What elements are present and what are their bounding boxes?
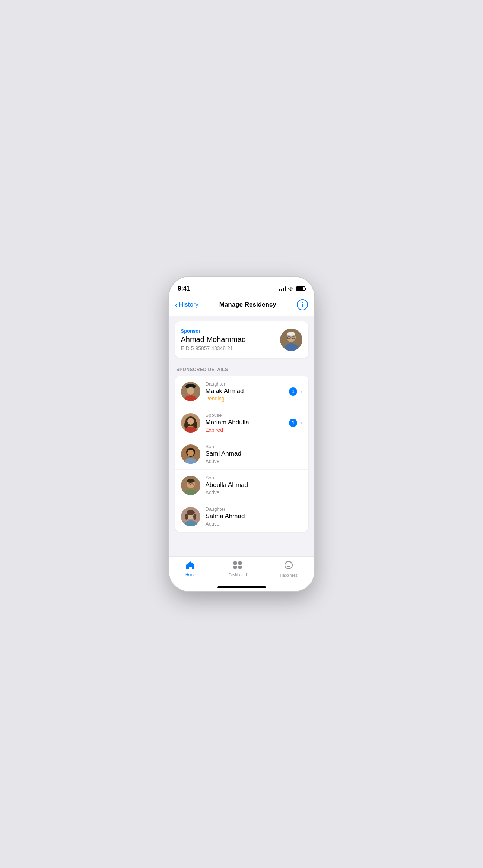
avatar-sami bbox=[181, 444, 200, 464]
sponsor-eid: EID 5 95857 48348 21 bbox=[181, 345, 246, 351]
signal-icon bbox=[279, 286, 286, 291]
svg-point-25 bbox=[187, 479, 195, 483]
page-title: Manage Residency bbox=[219, 301, 276, 308]
member-status-sami: Active bbox=[206, 458, 302, 464]
member-relation-salma: Daughter bbox=[206, 506, 302, 512]
svg-point-6 bbox=[287, 332, 295, 336]
tab-home[interactable]: Home bbox=[185, 561, 196, 577]
avatar-salma bbox=[181, 507, 200, 526]
member-name-abdulla: Abdulla Ahmad bbox=[206, 481, 302, 489]
sponsor-card: Sponsor Ahmad Mohammad EID 5 95857 48348… bbox=[175, 321, 308, 358]
member-status-mariam: Expired bbox=[206, 427, 289, 433]
tab-dashboard-label: Dashboard bbox=[229, 573, 247, 577]
tab-home-label: Home bbox=[185, 573, 196, 577]
member-relation-malak: Daughter bbox=[206, 381, 289, 387]
happiness-icon bbox=[284, 560, 293, 572]
member-info-mariam: Spouse Mariam Abdulla Expired bbox=[206, 412, 289, 433]
member-name-sami: Sami Ahmad bbox=[206, 450, 302, 457]
tab-bar: Home Dashboard Happiness bbox=[169, 556, 314, 585]
svg-point-32 bbox=[187, 510, 195, 515]
sponsor-name: Ahmad Mohammad bbox=[181, 335, 246, 344]
svg-point-10 bbox=[187, 387, 194, 395]
svg-rect-39 bbox=[238, 566, 242, 569]
svg-point-21 bbox=[187, 450, 194, 456]
phone-frame: 9:41 ‹ History M bbox=[169, 277, 314, 591]
member-relation-mariam: Spouse bbox=[206, 412, 289, 418]
member-info-sami: Son Sami Ahmad Active bbox=[206, 444, 302, 464]
info-icon: i bbox=[302, 302, 304, 308]
member-name-mariam: Mariam Abdulla bbox=[206, 419, 289, 426]
home-indicator bbox=[169, 585, 314, 591]
battery-icon bbox=[296, 286, 305, 291]
wifi-icon bbox=[288, 286, 294, 292]
member-actions-malak: 1 › bbox=[289, 387, 302, 396]
member-actions-mariam: 1 › bbox=[289, 419, 302, 427]
member-relation-sami: Son bbox=[206, 444, 302, 449]
avatar-abdulla bbox=[181, 476, 200, 495]
member-row-sami[interactable]: Son Sami Ahmad Active bbox=[175, 438, 308, 470]
member-info-salma: Daughter Salma Ahmad Active bbox=[206, 506, 302, 527]
sponsor-info: Sponsor Ahmad Mohammad EID 5 95857 48348… bbox=[181, 328, 246, 351]
home-icon bbox=[185, 561, 195, 572]
sponsor-avatar bbox=[280, 329, 302, 351]
member-name-salma: Salma Ahmad bbox=[206, 513, 302, 520]
tab-happiness-label: Happiness bbox=[280, 573, 298, 577]
member-info-malak: Daughter Malak Ahmad Pending bbox=[206, 381, 289, 402]
svg-point-15 bbox=[187, 418, 194, 425]
chevron-right-icon: › bbox=[300, 388, 302, 395]
member-relation-abdulla: Son bbox=[206, 475, 302, 481]
member-row-malak[interactable]: Daughter Malak Ahmad Pending 1 › bbox=[175, 376, 308, 407]
sponsor-label: Sponsor bbox=[181, 328, 246, 334]
member-info-abdulla: Son Abdulla Ahmad Active bbox=[206, 475, 302, 495]
member-name-malak: Malak Ahmad bbox=[206, 387, 289, 395]
status-time: 9:41 bbox=[178, 285, 190, 292]
tab-happiness[interactable]: Happiness bbox=[280, 560, 298, 577]
avatar-mariam bbox=[181, 413, 200, 433]
svg-rect-37 bbox=[238, 561, 242, 565]
svg-rect-36 bbox=[233, 561, 237, 565]
sponsored-details-card: Daughter Malak Ahmad Pending 1 › bbox=[175, 376, 308, 532]
main-content: Sponsor Ahmad Mohammad EID 5 95857 48348… bbox=[169, 316, 314, 556]
back-button[interactable]: ‹ History bbox=[175, 301, 199, 308]
svg-rect-38 bbox=[233, 566, 237, 569]
status-icons bbox=[279, 286, 305, 292]
home-indicator-bar bbox=[217, 586, 266, 588]
svg-point-40 bbox=[285, 561, 292, 569]
badge-malak: 1 bbox=[289, 387, 297, 396]
member-status-malak: Pending bbox=[206, 396, 289, 402]
avatar-malak bbox=[181, 382, 200, 401]
member-status-abdulla: Active bbox=[206, 490, 302, 495]
member-status-salma: Active bbox=[206, 521, 302, 527]
tab-dashboard[interactable]: Dashboard bbox=[229, 561, 247, 577]
nav-header: ‹ History Manage Residency i bbox=[169, 295, 314, 316]
section-header: SPONSORED DETAILS bbox=[175, 367, 308, 372]
badge-mariam: 1 bbox=[289, 419, 297, 427]
chevron-right-icon: › bbox=[300, 419, 302, 426]
member-row-mariam[interactable]: Spouse Mariam Abdulla Expired 1 › bbox=[175, 407, 308, 438]
member-row-abdulla[interactable]: Son Abdulla Ahmad Active bbox=[175, 470, 308, 501]
back-label: History bbox=[179, 301, 198, 308]
svg-point-33 bbox=[185, 514, 188, 520]
svg-point-34 bbox=[193, 514, 196, 520]
info-button[interactable]: i bbox=[297, 299, 308, 310]
member-row-salma[interactable]: Daughter Salma Ahmad Active bbox=[175, 501, 308, 532]
dashboard-icon bbox=[233, 561, 242, 572]
status-bar: 9:41 bbox=[169, 277, 314, 295]
back-chevron-icon: ‹ bbox=[175, 301, 178, 308]
